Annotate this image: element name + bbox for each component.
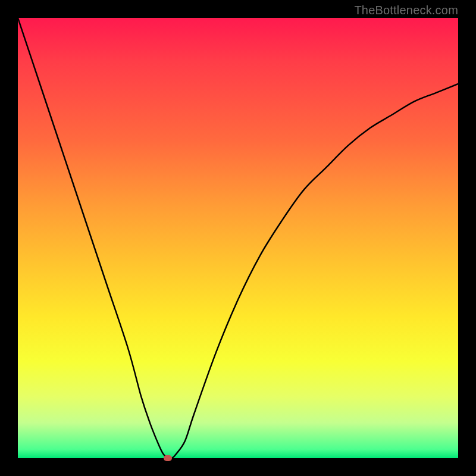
watermark-text: TheBottleneck.com xyxy=(354,4,458,17)
chart-frame: TheBottleneck.com xyxy=(0,0,476,476)
optimal-point-marker xyxy=(164,455,172,461)
bottleneck-curve xyxy=(18,18,458,458)
plot-area xyxy=(18,18,458,458)
